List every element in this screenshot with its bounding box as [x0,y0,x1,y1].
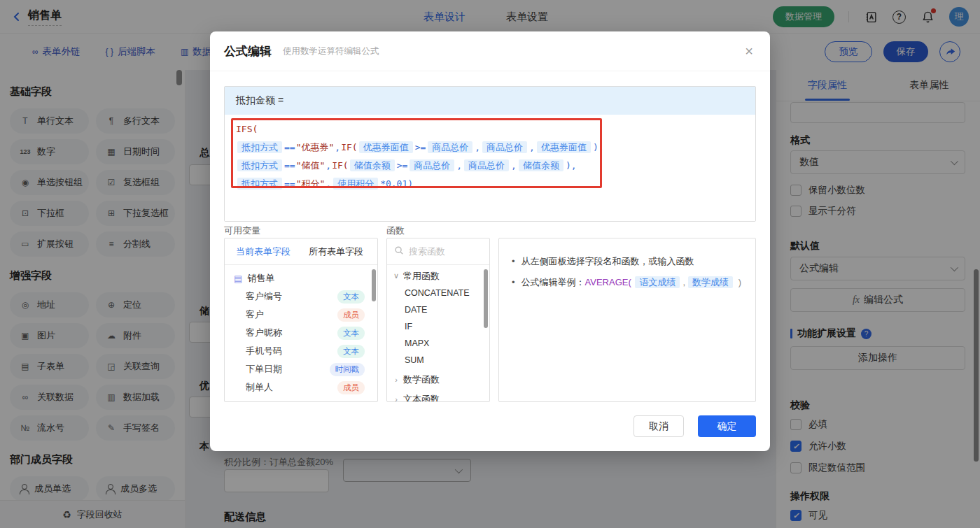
help-example: 公式编辑举例：AVERAGE( 语文成绩,数学成绩 ) [522,275,743,290]
variables-label: 可用变量 [224,224,260,237]
field-token: 商品总价 [464,159,509,171]
chevron-down-icon: ∨ [393,271,400,280]
function-item[interactable]: CONCATENATE [387,285,489,301]
formula-input-area[interactable]: IFS( 抵扣方式=="优惠券",IF(优惠券面值>=商品总价,商品总价,优惠券… [225,115,755,221]
operator-token: ), [593,142,604,152]
type-badge: 成员 [337,308,365,322]
field-token: 使用积分 [333,178,378,190]
modal-footer: 取消 确定 [210,402,770,451]
variable-row[interactable]: 手机号码文本 [225,342,377,360]
string-token: "储值" [296,160,326,171]
field-token: 优惠券面值 [359,141,413,153]
operator-token: == [284,178,295,189]
modal-subtitle: 使用数学运算符编辑公式 [283,45,379,57]
field-token: 优惠券面值 [537,141,591,153]
function-group-common[interactable]: ∨常用函数 [387,267,489,285]
field-token: 储值余额 [350,159,395,171]
document-icon: ▤ [234,273,242,284]
function-group-math[interactable]: ›数学函数 [387,371,489,388]
formula-target-field: 抵扣金额 = [225,87,755,115]
operator-token: , [335,142,340,152]
variable-row[interactable]: 客户编号文本 [225,287,377,306]
chevron-right-icon: › [393,395,400,403]
operator-token: , [529,142,535,152]
functions-panel: ∨常用函数 CONCATENATE DATE IF MAPX SUM ›数学函数… [386,238,490,402]
operator-token: *0.01) [380,178,413,189]
operator-token: ), [566,160,577,171]
function-item[interactable]: MAPX [387,335,489,352]
field-token: 抵扣方式 [237,159,282,171]
example-function: AVERAGE( [585,277,631,287]
formula-editor-modal: 公式编辑 使用数学运算符编辑公式 × 抵扣金额 = IFS( 抵扣方式=="优惠… [210,31,770,451]
chevron-right-icon: › [393,376,400,384]
function-group-text[interactable]: ›文本函数 [387,390,489,402]
functions-scrollbar[interactable] [484,269,488,328]
bullet-icon: • [512,275,515,290]
help-panel: •从左侧面板选择字段名和函数，或输入函数 •公式编辑举例：AVERAGE( 语文… [498,238,756,402]
type-badge: 时间戳 [330,363,365,376]
type-badge: 文本 [337,327,365,340]
function-search[interactable] [387,238,489,265]
modal-title: 公式编辑 [224,43,272,59]
formula-editor: 抵扣金额 = IFS( 抵扣方式=="优惠券",IF(优惠券面值>=商品总价,商… [224,86,756,222]
type-badge: 文本 [337,290,365,304]
operator-token: , [511,160,517,171]
field-token: 商品总价 [482,141,527,153]
tab-current-form-fields[interactable]: 当前表单字段 [236,245,290,258]
variables-panel: 当前表单字段 所有表单字段 ▤销售单 客户编号文本 客户成员 客户昵称文本 手机… [224,238,378,402]
function-item[interactable]: SUM [387,352,489,369]
variable-row[interactable]: 下单日期时间戳 [225,360,377,378]
bullet-icon: • [512,254,515,269]
variable-row[interactable]: 客户成员 [225,306,377,324]
function-token: IFS( [236,124,258,134]
string-token: "积分" [296,178,326,189]
field-token: 商品总价 [410,159,454,171]
help-text: 从左侧面板选择字段名和函数，或输入函数 [522,254,694,269]
operator-token: == [284,142,295,152]
close-icon[interactable]: × [745,44,753,58]
search-input[interactable] [409,246,479,257]
function-token: IF( [332,160,348,171]
tab-all-form-fields[interactable]: 所有表单字段 [309,245,363,258]
operator-token: >= [397,160,408,171]
cancel-button[interactable]: 取消 [634,415,684,437]
field-token: 商品总价 [428,141,472,153]
string-token: "优惠券" [296,142,335,152]
type-badge: 成员 [337,381,365,394]
operator-token: , [326,178,331,189]
variables-scrollbar[interactable] [372,269,376,301]
field-token: 数学成绩 [688,276,733,288]
confirm-button[interactable]: 确定 [698,415,756,437]
field-token: 储值余额 [519,159,564,171]
field-token: 抵扣方式 [237,141,282,153]
function-item[interactable]: IF [387,318,489,335]
operator-token: , [456,160,462,171]
operator-token: == [284,160,295,171]
function-item[interactable]: DATE [387,301,489,318]
operator-token: , [475,142,480,152]
form-node[interactable]: ▤销售单 [225,269,377,287]
type-badge: 文本 [337,345,365,358]
variable-row[interactable]: 客户昵称文本 [225,324,377,342]
operator-token: , [326,160,331,171]
function-token: IF( [341,142,357,152]
field-token: 抵扣方式 [237,178,282,190]
variable-row[interactable]: 制单人成员 [225,378,377,397]
operator-token: >= [415,142,426,152]
field-token: 语文成绩 [635,276,680,288]
search-icon [394,245,404,258]
functions-label: 函数 [386,224,405,237]
